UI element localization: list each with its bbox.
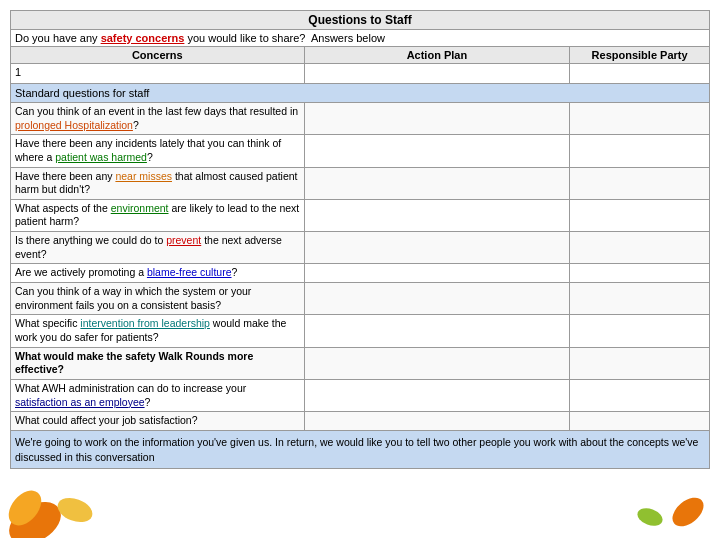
table-row: Are we actively promoting a blame-free c… [11, 264, 710, 283]
highlight-prevent: prevent [166, 234, 201, 246]
highlight-environment: environment [111, 202, 169, 214]
action-empty-1 [304, 64, 570, 84]
table-title: Questions to Staff [11, 11, 710, 30]
question-cell-11: What could affect your job satisfaction? [11, 412, 305, 431]
action-cell-1[interactable] [304, 103, 570, 135]
footer-text: We're going to work on the information y… [11, 430, 710, 468]
action-cell-10[interactable] [304, 379, 570, 411]
leaf-decoration-bottom-right-yellow [635, 502, 665, 532]
responsible-empty-1 [570, 64, 710, 84]
question-cell-5: Is there anything we could do to prevent… [11, 232, 305, 264]
action-cell-8[interactable] [304, 315, 570, 347]
leaf-decoration-bottom-left-yellow [55, 490, 95, 525]
table-row: What would make the safety Walk Rounds m… [11, 347, 710, 379]
table-row: Have there been any incidents lately tha… [11, 135, 710, 167]
highlight-intervention: intervention from leadership [80, 317, 210, 329]
highlight-satisfaction: satisfaction as an employee [15, 396, 145, 408]
svg-point-2 [55, 494, 95, 525]
leaf-decoration-bottom-right-orange [668, 492, 708, 532]
responsible-cell-6[interactable] [570, 264, 710, 283]
question-cell-7: Can you think of a way in which the syst… [11, 283, 305, 315]
action-cell-3[interactable] [304, 167, 570, 199]
section-header: Standard questions for staff [11, 84, 710, 103]
question-cell-8: What specific intervention from leadersh… [11, 315, 305, 347]
action-cell-4[interactable] [304, 199, 570, 231]
action-cell-6[interactable] [304, 264, 570, 283]
responsible-cell-1[interactable] [570, 103, 710, 135]
concerns-header: Concerns [11, 47, 305, 64]
svg-point-4 [635, 505, 665, 529]
table-row: Can you think of an event in the last fe… [11, 103, 710, 135]
responsible-cell-9[interactable] [570, 347, 710, 379]
action-cell-5[interactable] [304, 232, 570, 264]
subtitle-row: Do you have any safety concerns you woul… [11, 30, 710, 47]
responsible-cell-7[interactable] [570, 283, 710, 315]
question-cell-1: Can you think of an event in the last fe… [11, 103, 305, 135]
number-cell: 1 [11, 64, 305, 84]
title-row: Questions to Staff [11, 11, 710, 30]
responsible-cell-8[interactable] [570, 315, 710, 347]
bold-question-9: What would make the safety Walk Rounds m… [15, 350, 253, 376]
column-header-row: Concerns Action Plan Responsible Party [11, 47, 710, 64]
question-cell-10: What AWH administration can do to increa… [11, 379, 305, 411]
page-wrapper: Questions to Staff Do you have any safet… [0, 0, 720, 540]
question-cell-4: What aspects of the environment are like… [11, 199, 305, 231]
responsible-cell-10[interactable] [570, 379, 710, 411]
questions-table: Questions to Staff Do you have any safet… [10, 10, 710, 469]
highlight-patient-harmed: patient was harmed [55, 151, 147, 163]
section-header-row: Standard questions for staff [11, 84, 710, 103]
responsible-cell-4[interactable] [570, 199, 710, 231]
action-cell-2[interactable] [304, 135, 570, 167]
table-row: What AWH administration can do to increa… [11, 379, 710, 411]
question-cell-3: Have there been any near misses that alm… [11, 167, 305, 199]
responsible-cell-3[interactable] [570, 167, 710, 199]
table-row: What could affect your job satisfaction? [11, 412, 710, 431]
table-row: Can you think of a way in which the syst… [11, 283, 710, 315]
footer-row: We're going to work on the information y… [11, 430, 710, 468]
question-cell-6: Are we actively promoting a blame-free c… [11, 264, 305, 283]
action-cell-11[interactable] [304, 412, 570, 431]
responsible-cell-5[interactable] [570, 232, 710, 264]
action-cell-9[interactable] [304, 347, 570, 379]
responsible-cell-11[interactable] [570, 412, 710, 431]
responsible-cell-2[interactable] [570, 135, 710, 167]
action-plan-header: Action Plan [304, 47, 570, 64]
responsible-party-header: Responsible Party [570, 47, 710, 64]
svg-point-3 [668, 492, 708, 532]
highlight-near-misses: near misses [115, 170, 172, 182]
table-row: What specific intervention from leadersh… [11, 315, 710, 347]
number-row: 1 [11, 64, 710, 84]
question-cell-9: What would make the safety Walk Rounds m… [11, 347, 305, 379]
action-cell-7[interactable] [304, 283, 570, 315]
highlight-prolonged: prolonged Hospitalization [15, 119, 133, 131]
question-cell-2: Have there been any incidents lately tha… [11, 135, 305, 167]
table-row: Is there anything we could do to prevent… [11, 232, 710, 264]
main-table-container: Questions to Staff Do you have any safet… [10, 10, 710, 530]
table-row: What aspects of the environment are like… [11, 199, 710, 231]
highlight-blame-free: blame-free culture [147, 266, 232, 278]
table-subtitle: Do you have any safety concerns you woul… [11, 30, 710, 47]
table-row: Have there been any near misses that alm… [11, 167, 710, 199]
